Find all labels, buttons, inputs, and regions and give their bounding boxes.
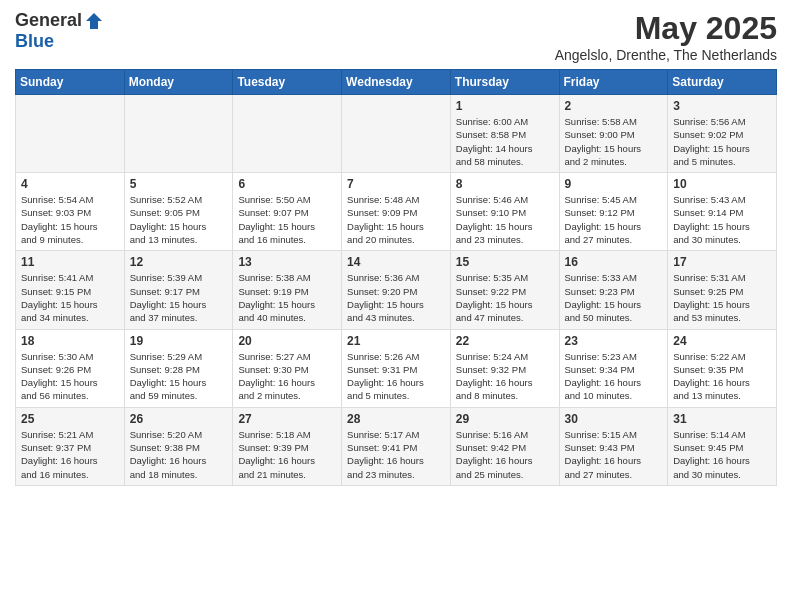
day-info: Sunrise: 5:36 AMSunset: 9:20 PMDaylight:… (347, 271, 445, 324)
calendar-cell: 14Sunrise: 5:36 AMSunset: 9:20 PMDayligh… (342, 251, 451, 329)
day-info: Sunrise: 5:31 AMSunset: 9:25 PMDaylight:… (673, 271, 771, 324)
day-number: 17 (673, 255, 771, 269)
calendar-cell: 29Sunrise: 5:16 AMSunset: 9:42 PMDayligh… (450, 407, 559, 485)
calendar-cell: 25Sunrise: 5:21 AMSunset: 9:37 PMDayligh… (16, 407, 125, 485)
calendar-cell: 28Sunrise: 5:17 AMSunset: 9:41 PMDayligh… (342, 407, 451, 485)
calendar-cell: 20Sunrise: 5:27 AMSunset: 9:30 PMDayligh… (233, 329, 342, 407)
day-number: 28 (347, 412, 445, 426)
weekday-header-sunday: Sunday (16, 70, 125, 95)
calendar-cell: 26Sunrise: 5:20 AMSunset: 9:38 PMDayligh… (124, 407, 233, 485)
day-number: 5 (130, 177, 228, 191)
day-number: 3 (673, 99, 771, 113)
weekday-header-tuesday: Tuesday (233, 70, 342, 95)
day-info: Sunrise: 5:39 AMSunset: 9:17 PMDaylight:… (130, 271, 228, 324)
day-info: Sunrise: 5:16 AMSunset: 9:42 PMDaylight:… (456, 428, 554, 481)
calendar-cell: 8Sunrise: 5:46 AMSunset: 9:10 PMDaylight… (450, 173, 559, 251)
day-number: 19 (130, 334, 228, 348)
calendar-cell: 17Sunrise: 5:31 AMSunset: 9:25 PMDayligh… (668, 251, 777, 329)
svg-marker-0 (86, 13, 102, 29)
day-number: 4 (21, 177, 119, 191)
day-info: Sunrise: 5:14 AMSunset: 9:45 PMDaylight:… (673, 428, 771, 481)
day-number: 30 (565, 412, 663, 426)
day-number: 23 (565, 334, 663, 348)
day-number: 26 (130, 412, 228, 426)
calendar-cell: 12Sunrise: 5:39 AMSunset: 9:17 PMDayligh… (124, 251, 233, 329)
day-info: Sunrise: 5:15 AMSunset: 9:43 PMDaylight:… (565, 428, 663, 481)
title-block: May 2025 Angelslo, Drenthe, The Netherla… (555, 10, 777, 63)
day-info: Sunrise: 5:38 AMSunset: 9:19 PMDaylight:… (238, 271, 336, 324)
day-info: Sunrise: 5:45 AMSunset: 9:12 PMDaylight:… (565, 193, 663, 246)
calendar-week-row: 11Sunrise: 5:41 AMSunset: 9:15 PMDayligh… (16, 251, 777, 329)
calendar-week-row: 4Sunrise: 5:54 AMSunset: 9:03 PMDaylight… (16, 173, 777, 251)
day-number: 27 (238, 412, 336, 426)
weekday-header-thursday: Thursday (450, 70, 559, 95)
day-info: Sunrise: 5:52 AMSunset: 9:05 PMDaylight:… (130, 193, 228, 246)
day-info: Sunrise: 5:41 AMSunset: 9:15 PMDaylight:… (21, 271, 119, 324)
day-number: 24 (673, 334, 771, 348)
weekday-header-monday: Monday (124, 70, 233, 95)
calendar-cell (16, 95, 125, 173)
day-number: 29 (456, 412, 554, 426)
calendar-table: SundayMondayTuesdayWednesdayThursdayFrid… (15, 69, 777, 486)
calendar-cell (342, 95, 451, 173)
day-info: Sunrise: 5:54 AMSunset: 9:03 PMDaylight:… (21, 193, 119, 246)
day-number: 25 (21, 412, 119, 426)
calendar-cell (233, 95, 342, 173)
month-title: May 2025 (555, 10, 777, 47)
logo-general-text: General (15, 10, 82, 31)
day-info: Sunrise: 5:56 AMSunset: 9:02 PMDaylight:… (673, 115, 771, 168)
day-info: Sunrise: 5:46 AMSunset: 9:10 PMDaylight:… (456, 193, 554, 246)
calendar-cell: 6Sunrise: 5:50 AMSunset: 9:07 PMDaylight… (233, 173, 342, 251)
calendar-cell: 16Sunrise: 5:33 AMSunset: 9:23 PMDayligh… (559, 251, 668, 329)
calendar-cell: 7Sunrise: 5:48 AMSunset: 9:09 PMDaylight… (342, 173, 451, 251)
calendar-cell: 3Sunrise: 5:56 AMSunset: 9:02 PMDaylight… (668, 95, 777, 173)
calendar-cell: 27Sunrise: 5:18 AMSunset: 9:39 PMDayligh… (233, 407, 342, 485)
calendar-cell: 10Sunrise: 5:43 AMSunset: 9:14 PMDayligh… (668, 173, 777, 251)
weekday-header-wednesday: Wednesday (342, 70, 451, 95)
day-info: Sunrise: 5:29 AMSunset: 9:28 PMDaylight:… (130, 350, 228, 403)
calendar-cell (124, 95, 233, 173)
calendar-cell: 23Sunrise: 5:23 AMSunset: 9:34 PMDayligh… (559, 329, 668, 407)
day-number: 21 (347, 334, 445, 348)
day-number: 6 (238, 177, 336, 191)
logo-blue-text: Blue (15, 31, 54, 52)
calendar-header-row: SundayMondayTuesdayWednesdayThursdayFrid… (16, 70, 777, 95)
logo-icon (84, 11, 104, 31)
day-number: 18 (21, 334, 119, 348)
calendar-cell: 24Sunrise: 5:22 AMSunset: 9:35 PMDayligh… (668, 329, 777, 407)
day-number: 22 (456, 334, 554, 348)
day-info: Sunrise: 5:17 AMSunset: 9:41 PMDaylight:… (347, 428, 445, 481)
day-number: 10 (673, 177, 771, 191)
day-info: Sunrise: 5:43 AMSunset: 9:14 PMDaylight:… (673, 193, 771, 246)
calendar-week-row: 1Sunrise: 6:00 AMSunset: 8:58 PMDaylight… (16, 95, 777, 173)
day-info: Sunrise: 5:24 AMSunset: 9:32 PMDaylight:… (456, 350, 554, 403)
day-info: Sunrise: 5:58 AMSunset: 9:00 PMDaylight:… (565, 115, 663, 168)
location-text: Angelslo, Drenthe, The Netherlands (555, 47, 777, 63)
calendar-cell: 31Sunrise: 5:14 AMSunset: 9:45 PMDayligh… (668, 407, 777, 485)
calendar-week-row: 25Sunrise: 5:21 AMSunset: 9:37 PMDayligh… (16, 407, 777, 485)
calendar-cell: 30Sunrise: 5:15 AMSunset: 9:43 PMDayligh… (559, 407, 668, 485)
day-number: 16 (565, 255, 663, 269)
calendar-week-row: 18Sunrise: 5:30 AMSunset: 9:26 PMDayligh… (16, 329, 777, 407)
day-info: Sunrise: 5:48 AMSunset: 9:09 PMDaylight:… (347, 193, 445, 246)
day-number: 15 (456, 255, 554, 269)
day-number: 31 (673, 412, 771, 426)
day-number: 1 (456, 99, 554, 113)
weekday-header-saturday: Saturday (668, 70, 777, 95)
day-number: 14 (347, 255, 445, 269)
calendar-cell: 1Sunrise: 6:00 AMSunset: 8:58 PMDaylight… (450, 95, 559, 173)
day-info: Sunrise: 5:23 AMSunset: 9:34 PMDaylight:… (565, 350, 663, 403)
day-number: 11 (21, 255, 119, 269)
day-number: 13 (238, 255, 336, 269)
day-info: Sunrise: 5:27 AMSunset: 9:30 PMDaylight:… (238, 350, 336, 403)
day-number: 7 (347, 177, 445, 191)
day-number: 2 (565, 99, 663, 113)
day-number: 12 (130, 255, 228, 269)
weekday-header-friday: Friday (559, 70, 668, 95)
calendar-cell: 15Sunrise: 5:35 AMSunset: 9:22 PMDayligh… (450, 251, 559, 329)
calendar-cell: 9Sunrise: 5:45 AMSunset: 9:12 PMDaylight… (559, 173, 668, 251)
day-info: Sunrise: 5:21 AMSunset: 9:37 PMDaylight:… (21, 428, 119, 481)
page-header: General Blue May 2025 Angelslo, Drenthe,… (15, 10, 777, 63)
calendar-cell: 18Sunrise: 5:30 AMSunset: 9:26 PMDayligh… (16, 329, 125, 407)
calendar-cell: 19Sunrise: 5:29 AMSunset: 9:28 PMDayligh… (124, 329, 233, 407)
